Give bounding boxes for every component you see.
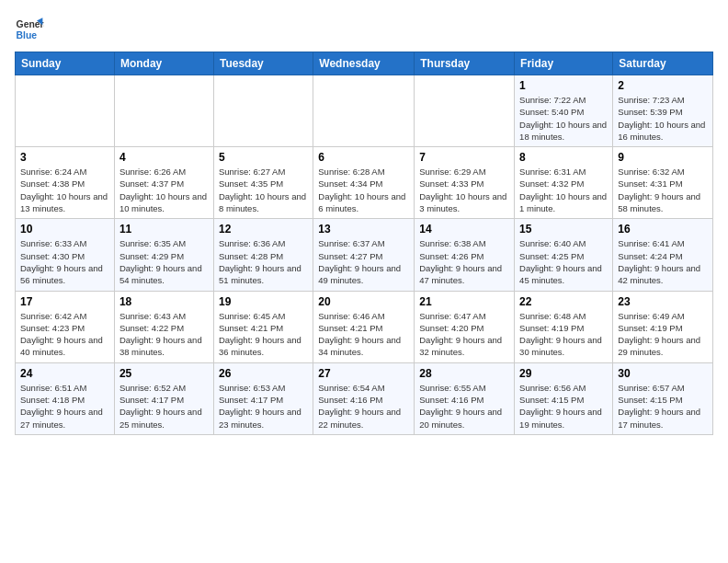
day-cell: 8Sunrise: 6:31 AM Sunset: 4:32 PM Daylig… — [515, 147, 613, 219]
day-number: 17 — [20, 295, 109, 308]
day-detail: Sunrise: 6:27 AM Sunset: 4:35 PM Dayligh… — [219, 166, 308, 214]
day-number: 26 — [219, 367, 308, 380]
day-detail: Sunrise: 6:38 AM Sunset: 4:26 PM Dayligh… — [419, 237, 509, 286]
day-detail: Sunrise: 6:51 AM Sunset: 4:18 PM Dayligh… — [20, 382, 109, 431]
weekday-header-row: SundayMondayTuesdayWednesdayThursdayFrid… — [16, 52, 713, 75]
day-number: 16 — [618, 223, 708, 236]
day-detail: Sunrise: 6:49 AM Sunset: 4:19 PM Dayligh… — [618, 310, 708, 359]
day-number: 20 — [318, 295, 409, 308]
day-cell: 20Sunrise: 6:46 AM Sunset: 4:21 PM Dayli… — [313, 291, 415, 362]
day-cell: 15Sunrise: 6:40 AM Sunset: 4:25 PM Dayli… — [515, 219, 613, 291]
weekday-header-friday: Friday — [515, 52, 613, 75]
day-cell: 10Sunrise: 6:33 AM Sunset: 4:30 PM Dayli… — [16, 219, 115, 291]
day-cell: 27Sunrise: 6:54 AM Sunset: 4:16 PM Dayli… — [313, 362, 415, 434]
day-number: 24 — [20, 367, 109, 380]
day-number: 1 — [519, 79, 608, 92]
day-number: 18 — [119, 295, 209, 308]
day-cell: 17Sunrise: 6:42 AM Sunset: 4:23 PM Dayli… — [16, 291, 115, 362]
day-detail: Sunrise: 6:46 AM Sunset: 4:21 PM Dayligh… — [318, 310, 409, 359]
day-number: 23 — [618, 295, 708, 308]
day-detail: Sunrise: 6:42 AM Sunset: 4:23 PM Dayligh… — [20, 310, 109, 359]
calendar-body: 1Sunrise: 7:22 AM Sunset: 5:40 PM Daylig… — [16, 75, 713, 435]
calendar-table: SundayMondayTuesdayWednesdayThursdayFrid… — [15, 52, 713, 435]
day-number: 10 — [20, 223, 109, 236]
day-detail: Sunrise: 6:26 AM Sunset: 4:37 PM Dayligh… — [119, 166, 209, 214]
day-detail: Sunrise: 6:24 AM Sunset: 4:38 PM Dayligh… — [20, 166, 109, 214]
day-cell: 12Sunrise: 6:36 AM Sunset: 4:28 PM Dayli… — [213, 219, 313, 291]
day-detail: Sunrise: 6:55 AM Sunset: 4:16 PM Dayligh… — [419, 382, 509, 431]
day-detail: Sunrise: 6:36 AM Sunset: 4:28 PM Dayligh… — [219, 237, 308, 286]
day-number: 15 — [519, 223, 608, 236]
day-detail: Sunrise: 6:37 AM Sunset: 4:27 PM Dayligh… — [318, 237, 409, 286]
day-cell: 11Sunrise: 6:35 AM Sunset: 4:29 PM Dayli… — [114, 219, 213, 291]
day-detail: Sunrise: 6:57 AM Sunset: 4:15 PM Dayligh… — [618, 382, 708, 431]
day-number: 11 — [119, 223, 209, 236]
day-cell: 22Sunrise: 6:48 AM Sunset: 4:19 PM Dayli… — [515, 291, 613, 362]
week-row-1: 1Sunrise: 7:22 AM Sunset: 5:40 PM Daylig… — [16, 75, 713, 147]
weekday-header-thursday: Thursday — [415, 52, 515, 75]
day-cell: 29Sunrise: 6:56 AM Sunset: 4:15 PM Dayli… — [515, 362, 613, 434]
day-number: 29 — [519, 367, 608, 380]
svg-text:Blue: Blue — [17, 30, 38, 40]
day-cell: 3Sunrise: 6:24 AM Sunset: 4:38 PM Daylig… — [16, 147, 115, 219]
day-detail: Sunrise: 6:40 AM Sunset: 4:25 PM Dayligh… — [519, 237, 608, 286]
day-cell: 2Sunrise: 7:23 AM Sunset: 5:39 PM Daylig… — [613, 75, 713, 147]
day-cell: 25Sunrise: 6:52 AM Sunset: 4:17 PM Dayli… — [114, 362, 213, 434]
day-cell — [114, 75, 213, 147]
day-number: 5 — [219, 151, 308, 164]
day-cell: 18Sunrise: 6:43 AM Sunset: 4:22 PM Dayli… — [114, 291, 213, 362]
week-row-3: 10Sunrise: 6:33 AM Sunset: 4:30 PM Dayli… — [16, 219, 713, 291]
day-cell: 6Sunrise: 6:28 AM Sunset: 4:34 PM Daylig… — [313, 147, 415, 219]
day-number: 21 — [419, 295, 509, 308]
day-cell: 16Sunrise: 6:41 AM Sunset: 4:24 PM Dayli… — [613, 219, 713, 291]
weekday-header-monday: Monday — [114, 52, 213, 75]
day-detail: Sunrise: 6:29 AM Sunset: 4:33 PM Dayligh… — [419, 166, 509, 214]
day-cell: 13Sunrise: 6:37 AM Sunset: 4:27 PM Dayli… — [313, 219, 415, 291]
week-row-4: 17Sunrise: 6:42 AM Sunset: 4:23 PM Dayli… — [16, 291, 713, 362]
day-number: 8 — [519, 151, 608, 164]
day-cell: 9Sunrise: 6:32 AM Sunset: 4:31 PM Daylig… — [613, 147, 713, 219]
week-row-5: 24Sunrise: 6:51 AM Sunset: 4:18 PM Dayli… — [16, 362, 713, 434]
day-cell: 4Sunrise: 6:26 AM Sunset: 4:37 PM Daylig… — [114, 147, 213, 219]
weekday-header-wednesday: Wednesday — [313, 52, 415, 75]
day-detail: Sunrise: 6:43 AM Sunset: 4:22 PM Dayligh… — [119, 310, 209, 359]
day-detail: Sunrise: 6:47 AM Sunset: 4:20 PM Dayligh… — [419, 310, 509, 359]
day-detail: Sunrise: 6:56 AM Sunset: 4:15 PM Dayligh… — [519, 382, 608, 431]
page-header: General Blue — [15, 15, 713, 44]
weekday-header-saturday: Saturday — [613, 52, 713, 75]
day-detail: Sunrise: 6:48 AM Sunset: 4:19 PM Dayligh… — [519, 310, 608, 359]
day-cell: 26Sunrise: 6:53 AM Sunset: 4:17 PM Dayli… — [213, 362, 313, 434]
week-row-2: 3Sunrise: 6:24 AM Sunset: 4:38 PM Daylig… — [16, 147, 713, 219]
day-number: 6 — [318, 151, 409, 164]
day-cell: 24Sunrise: 6:51 AM Sunset: 4:18 PM Dayli… — [16, 362, 115, 434]
day-detail: Sunrise: 6:53 AM Sunset: 4:17 PM Dayligh… — [219, 382, 308, 431]
day-detail: Sunrise: 6:52 AM Sunset: 4:17 PM Dayligh… — [119, 382, 209, 431]
day-detail: Sunrise: 7:23 AM Sunset: 5:39 PM Dayligh… — [618, 94, 708, 143]
logo: General Blue — [15, 15, 44, 44]
day-number: 27 — [318, 367, 409, 380]
day-number: 25 — [119, 367, 209, 380]
day-detail: Sunrise: 6:32 AM Sunset: 4:31 PM Dayligh… — [618, 166, 708, 214]
day-number: 14 — [419, 223, 509, 236]
day-number: 19 — [219, 295, 308, 308]
day-cell — [213, 75, 313, 147]
weekday-header-tuesday: Tuesday — [213, 52, 313, 75]
day-cell — [415, 75, 515, 147]
day-number: 13 — [318, 223, 409, 236]
day-cell: 21Sunrise: 6:47 AM Sunset: 4:20 PM Dayli… — [415, 291, 515, 362]
weekday-header-sunday: Sunday — [16, 52, 115, 75]
day-cell: 5Sunrise: 6:27 AM Sunset: 4:35 PM Daylig… — [213, 147, 313, 219]
day-cell: 1Sunrise: 7:22 AM Sunset: 5:40 PM Daylig… — [515, 75, 613, 147]
day-number: 9 — [618, 151, 708, 164]
day-cell: 28Sunrise: 6:55 AM Sunset: 4:16 PM Dayli… — [415, 362, 515, 434]
day-number: 3 — [20, 151, 109, 164]
day-number: 2 — [618, 79, 708, 92]
day-number: 22 — [519, 295, 608, 308]
day-cell: 23Sunrise: 6:49 AM Sunset: 4:19 PM Dayli… — [613, 291, 713, 362]
day-cell — [313, 75, 415, 147]
day-number: 4 — [119, 151, 209, 164]
day-number: 28 — [419, 367, 509, 380]
day-detail: Sunrise: 6:41 AM Sunset: 4:24 PM Dayligh… — [618, 237, 708, 286]
day-number: 12 — [219, 223, 308, 236]
day-detail: Sunrise: 6:31 AM Sunset: 4:32 PM Dayligh… — [519, 166, 608, 214]
